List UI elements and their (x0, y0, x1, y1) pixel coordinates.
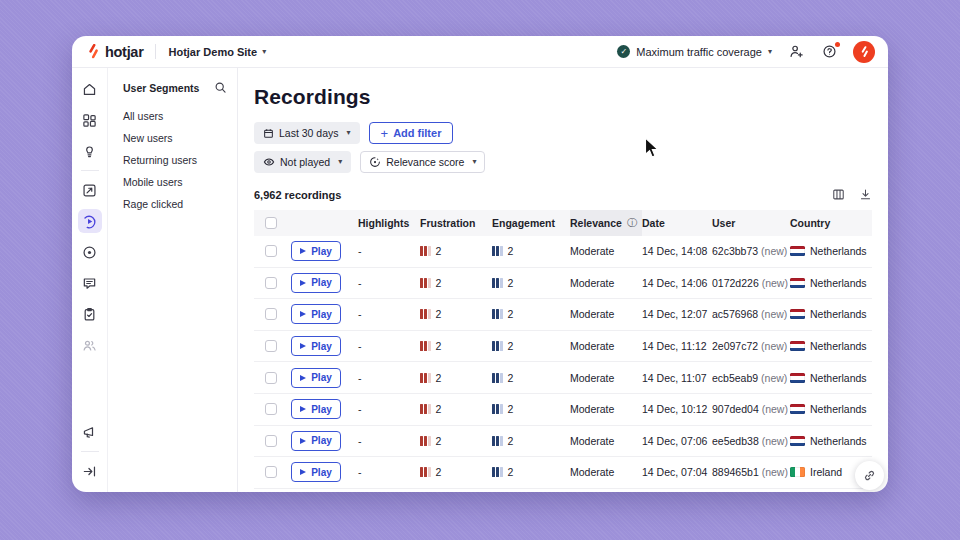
site-selector[interactable]: Hotjar Demo Site ▾ (168, 46, 266, 58)
topbar-divider (155, 44, 156, 59)
table-row: Play - 2 2 Moderate 14 Dec, 07:06 ee5edb… (254, 426, 872, 458)
segment-item[interactable]: Mobile users (123, 171, 227, 193)
segments-title: User Segments (123, 82, 199, 94)
play-icon (300, 280, 306, 286)
search-icon (214, 81, 227, 94)
lightbulb-icon (82, 144, 97, 159)
date-value: 14 Dec, 12:07 (642, 308, 712, 320)
play-button[interactable]: Play (291, 336, 341, 356)
frustration-bars (420, 436, 431, 446)
sort-by-label: Relevance score (386, 156, 464, 168)
add-filter-button[interactable]: + Add filter (369, 122, 454, 144)
engagement-bars (492, 436, 503, 446)
row-checkbox[interactable] (265, 340, 277, 352)
account-avatar[interactable] (853, 41, 875, 63)
play-button[interactable]: Play (291, 241, 341, 261)
heatmaps-nav-item[interactable] (78, 240, 102, 264)
eye-icon (263, 156, 275, 168)
segment-item[interactable]: New users (123, 127, 227, 149)
row-checkbox[interactable] (265, 435, 277, 447)
relevance-value: Moderate (570, 340, 642, 352)
trends-nav-item[interactable] (78, 178, 102, 202)
play-icon (300, 375, 306, 381)
row-checkbox[interactable] (265, 403, 277, 415)
row-checkbox[interactable] (265, 372, 277, 384)
avatar-flame-icon (859, 46, 870, 58)
recordings-nav-item[interactable] (78, 209, 102, 233)
traffic-coverage-selector[interactable]: ✓ Maximum traffic coverage ▾ (617, 45, 772, 58)
country-value: Netherlands (790, 340, 872, 352)
help-button[interactable] (820, 43, 838, 61)
engagement-bars (492, 373, 503, 383)
frustration-value: 2 (420, 403, 492, 415)
segment-item[interactable]: Rage clicked (123, 193, 227, 215)
dashboard-nav-item[interactable] (78, 108, 102, 132)
info-icon[interactable]: ⓘ (627, 216, 637, 230)
invite-user-button[interactable] (787, 43, 805, 61)
hotjar-flame-icon (86, 44, 100, 59)
whats-new-button[interactable] (78, 420, 102, 444)
play-button[interactable]: Play (291, 431, 341, 451)
share-link-button[interactable] (855, 461, 884, 490)
highlights-value: - (358, 372, 420, 384)
manage-columns-button[interactable] (832, 188, 845, 201)
engagement-value: 2 (492, 435, 570, 447)
insights-nav-item[interactable] (78, 139, 102, 163)
site-selector-label: Hotjar Demo Site (168, 46, 257, 58)
segments-list: All usersNew usersReturning usersMobile … (123, 105, 227, 215)
sort-by-selector[interactable]: Relevance score ▾ (360, 151, 485, 173)
check-circle-icon: ✓ (617, 45, 630, 58)
select-all-checkbox[interactable] (265, 217, 277, 229)
frustration-value: 2 (420, 277, 492, 289)
notification-dot (835, 42, 840, 47)
user-value: 0172d226 (new) (712, 277, 790, 289)
user-value: ee5edb38 (new) (712, 435, 790, 447)
expand-sidebar-button[interactable] (78, 459, 102, 483)
segment-item[interactable]: All users (123, 105, 227, 127)
filters: Last 30 days ▾ + Add filter Not played (254, 122, 872, 173)
frustration-value: 2 (420, 466, 492, 478)
row-checkbox[interactable] (265, 277, 277, 289)
segment-item[interactable]: Returning users (123, 149, 227, 171)
link-icon (863, 469, 876, 482)
play-button[interactable]: Play (291, 304, 341, 324)
date-value: 14 Dec, 10:12 (642, 403, 712, 415)
played-state-filter[interactable]: Not played ▾ (254, 151, 351, 173)
frustration-value: 2 (420, 245, 492, 257)
row-checkbox[interactable] (265, 245, 277, 257)
country-value: Netherlands (790, 308, 872, 320)
surveys-nav-item[interactable] (78, 302, 102, 326)
recordings-table: Highlights Frustration Engagement Releva… (254, 210, 872, 489)
segments-search-button[interactable] (214, 81, 227, 94)
play-button[interactable]: Play (291, 273, 341, 293)
table-row: Play - 2 2 Moderate 14 Dec, 07:04 889465… (254, 457, 872, 489)
row-checkbox[interactable] (265, 308, 277, 320)
country-flag-icon (790, 309, 805, 319)
chevron-down-icon: ▾ (347, 129, 351, 137)
frustration-bars (420, 278, 431, 288)
country-flag-icon (790, 436, 805, 446)
column-header-date: Date (642, 217, 712, 229)
download-icon (859, 188, 872, 201)
hotjar-logo[interactable]: hotjar (86, 44, 143, 60)
highlights-value: - (358, 308, 420, 320)
traffic-coverage-label: Maximum traffic coverage (636, 46, 762, 58)
row-checkbox[interactable] (265, 466, 277, 478)
interviews-nav-item[interactable] (78, 333, 102, 357)
download-button[interactable] (859, 188, 872, 201)
play-button[interactable]: Play (291, 368, 341, 388)
user-value: 62c3bb73 (new) (712, 245, 790, 257)
play-button[interactable]: Play (291, 399, 341, 419)
table-row: Play - 2 2 Moderate 14 Dec, 11:07 ecb5ea… (254, 362, 872, 394)
feedback-nav-item[interactable] (78, 271, 102, 295)
relevance-value: Moderate (570, 466, 642, 478)
chevron-down-icon: ▾ (768, 48, 772, 56)
chevron-down-icon: ▾ (262, 48, 266, 56)
relevance-score-icon (369, 156, 381, 168)
table-row: Play - 2 2 Moderate 14 Dec, 12:07 ac5769… (254, 299, 872, 331)
home-nav-item[interactable] (78, 77, 102, 101)
date-range-filter[interactable]: Last 30 days ▾ (254, 122, 360, 144)
play-button[interactable]: Play (291, 462, 341, 482)
country-flag-icon (790, 404, 805, 414)
country-flag-icon (790, 246, 805, 256)
